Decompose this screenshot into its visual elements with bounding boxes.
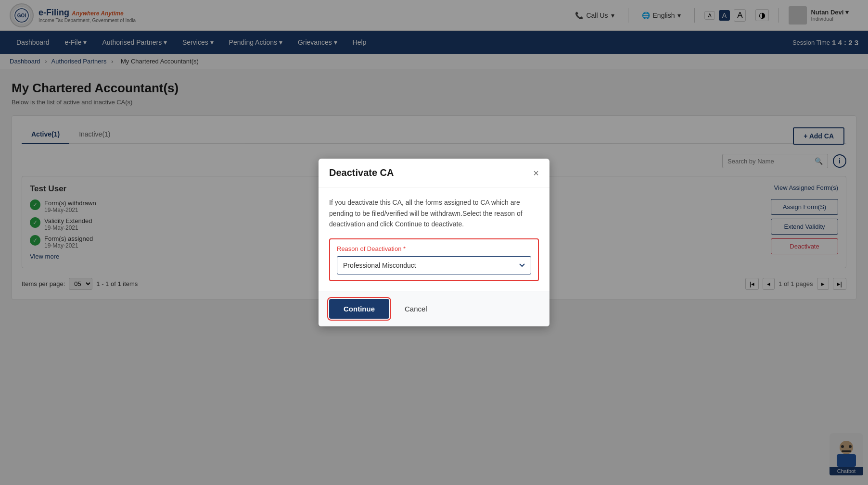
modal-overlay[interactable]: Deactivate CA × If you deactivate this C… bbox=[0, 0, 868, 311]
modal-header: Deactivate CA × bbox=[319, 159, 549, 187]
modal-title: Deactivate CA bbox=[329, 167, 394, 178]
modal-footer: Continue Cancel bbox=[319, 291, 549, 311]
modal-body: If you deactivate this CA, all the forms… bbox=[319, 187, 549, 290]
reason-label: Reason of Deactivation * bbox=[337, 245, 531, 252]
cancel-button[interactable]: Cancel bbox=[397, 300, 435, 311]
reason-field-group: Reason of Deactivation * Professional Mi… bbox=[329, 238, 539, 281]
reason-dropdown[interactable]: Professional Misconduct No longer requir… bbox=[337, 256, 531, 274]
modal-description: If you deactivate this CA, all the forms… bbox=[329, 197, 539, 229]
deactivate-modal: Deactivate CA × If you deactivate this C… bbox=[319, 159, 549, 311]
continue-button[interactable]: Continue bbox=[329, 299, 389, 311]
modal-close-button[interactable]: × bbox=[533, 168, 539, 178]
